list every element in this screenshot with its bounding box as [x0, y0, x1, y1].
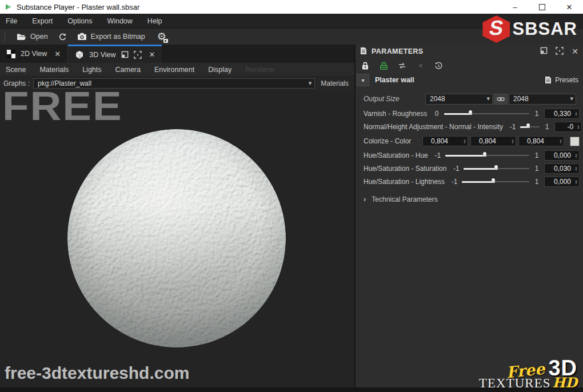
chevron-right-icon: › — [364, 195, 366, 203]
output-size-row: Output Size 2048 ▾ 2048 ▾ — [364, 93, 580, 105]
colorize-b-input[interactable]: 0,804 ▲▼ — [518, 136, 564, 146]
graph-select-value: pkg://Plaster_wall — [38, 79, 91, 87]
minimize-button[interactable]: – — [510, 3, 520, 11]
color-swatch[interactable] — [570, 137, 580, 146]
export-bitmap-label: Export as Bitmap — [91, 33, 145, 41]
output-height-value: 2048 — [513, 95, 529, 103]
spinner-arrows-icon[interactable]: ▲▼ — [558, 139, 564, 143]
slider-min: -1 — [508, 123, 518, 131]
spinner-arrows-icon[interactable]: ▲▼ — [573, 153, 579, 158]
vp-menu-renderer-disabled: Renderer — [245, 66, 275, 74]
param-row-varnish-roughness: Varnish - Roughness 0 1 0,330 ▲▼ — [364, 107, 580, 120]
presets-button[interactable]: Presets — [545, 76, 578, 84]
param-row-hue: Hue/Saturation - Hue -1 1 0,000 ▲▼ — [364, 149, 580, 162]
slider-handle[interactable] — [494, 165, 498, 169]
tab-3d-view[interactable]: 3D View ✕ — [68, 45, 162, 63]
panel-float-icon[interactable] — [540, 47, 548, 56]
saturation-slider[interactable] — [464, 165, 529, 173]
graphs-row: Graphs : pkg://Plaster_wall ▾ Materials — [0, 77, 354, 90]
slider-handle[interactable] — [483, 152, 486, 155]
sbsar-logo: S SBSAR — [482, 16, 577, 42]
slider-max: 1 — [532, 151, 542, 159]
vp-menu-environment[interactable]: Environment — [154, 66, 194, 74]
tab-2d-view[interactable]: 2D View ✕ — [0, 45, 68, 63]
cube-icon — [75, 50, 84, 59]
varnish-roughness-slider[interactable] — [444, 110, 529, 118]
vp-menu-lights[interactable]: Lights — [82, 66, 101, 74]
swap-arrows-icon[interactable] — [397, 61, 407, 71]
hue-input[interactable]: 0,000 ▲▼ — [544, 150, 580, 161]
spinner-arrows-icon[interactable]: ▲▼ — [510, 139, 516, 143]
3d-viewport[interactable]: FREE free-3dtex — [0, 90, 354, 387]
technical-parameters-label: Technical Parameters — [372, 195, 437, 203]
lightness-slider[interactable] — [462, 178, 529, 186]
menu-options[interactable]: Options — [67, 17, 92, 25]
parameters-body: Output Size 2048 ▾ 2048 ▾ Varnish - Roug… — [356, 87, 583, 203]
output-height-select[interactable]: 2048 ▾ — [509, 94, 576, 105]
tab-3d-close-icon[interactable]: ✕ — [149, 50, 155, 59]
lock-icon[interactable] — [360, 61, 370, 71]
slider-handle[interactable] — [492, 178, 495, 182]
export-settings-button[interactable]: ⚙ — [153, 29, 170, 44]
refresh-button[interactable] — [56, 31, 69, 42]
toolbar-drag-handle[interactable] — [5, 31, 5, 42]
vp-menu-camera[interactable]: Camera — [115, 66, 141, 74]
saturation-input[interactable]: 0,030 ▲▼ — [544, 163, 580, 174]
logo-hd-text: HD — [553, 377, 578, 389]
slider-handle[interactable] — [469, 110, 472, 114]
parameters-toolbar — [356, 58, 583, 73]
close-button[interactable]: ✕ — [565, 3, 574, 11]
menu-export[interactable]: Export — [32, 17, 53, 25]
slider-min: -1 — [433, 151, 443, 159]
normal-intensity-slider[interactable] — [520, 123, 540, 131]
folder-open-icon — [17, 33, 26, 41]
viewport-menu-bar: Scene Materials Lights Camera Environmen… — [0, 63, 354, 77]
spinner-arrows-icon[interactable]: ▲▼ — [462, 139, 468, 143]
colorize-g-input[interactable]: 0,804 ▲▼ — [470, 136, 516, 146]
technical-parameters-toggle[interactable]: › Technical Parameters — [364, 195, 580, 203]
collapse-chevron-icon[interactable]: ▾ — [357, 74, 369, 86]
logo-free-text: Free — [506, 362, 545, 380]
spinner-arrows-icon[interactable]: ▲▼ — [573, 179, 579, 184]
graph-select[interactable]: pkg://Plaster_wall ▾ — [33, 78, 315, 89]
menu-window[interactable]: Window — [107, 17, 132, 25]
varnish-roughness-input[interactable]: 0,330 ▲▼ — [544, 109, 580, 119]
vp-menu-display[interactable]: Display — [208, 66, 231, 74]
sync-lock-icon[interactable] — [378, 61, 389, 71]
materials-label: Materials — [321, 79, 349, 87]
hue-slider[interactable] — [445, 151, 529, 159]
site-watermark: free-3dtextureshd.com — [5, 363, 189, 383]
lightness-input[interactable]: 0,000 ▲▼ — [544, 177, 580, 187]
link-size-button[interactable] — [494, 94, 508, 105]
lightness-label: Hue/Saturation - Lightness — [364, 178, 445, 186]
spinner-arrows-icon[interactable]: ▲▼ — [573, 111, 579, 116]
param-row-saturation: Hue/Saturation - Saturation -1 1 0,030 ▲… — [364, 162, 580, 175]
float-window-icon[interactable] — [121, 51, 129, 58]
material-preview-sphere[interactable] — [67, 129, 286, 347]
spinner-arrows-icon[interactable]: ▲▼ — [576, 125, 581, 129]
left-column: 2D View ✕ 3D View ✕ Scene Materials Lig — [0, 45, 354, 387]
menu-file[interactable]: File — [6, 17, 17, 25]
vp-menu-materials[interactable]: Materials — [39, 66, 69, 74]
panel-fullscreen-icon[interactable] — [556, 47, 564, 57]
open-button[interactable]: Open — [14, 31, 50, 42]
panel-close-icon[interactable]: ✕ — [572, 47, 578, 56]
export-bitmap-button[interactable]: Export as Bitmap — [75, 31, 147, 42]
menu-help[interactable]: Help — [147, 17, 162, 25]
sbsar-logo-text: SBSAR — [512, 19, 577, 39]
sphere-shading — [67, 129, 286, 347]
reset-history-icon[interactable] — [433, 61, 444, 71]
fullscreen-icon[interactable] — [134, 51, 142, 59]
maximize-button[interactable] — [539, 4, 545, 10]
slider-max: 1 — [542, 123, 552, 131]
output-width-select[interactable]: 2048 ▾ — [425, 94, 493, 105]
slider-handle[interactable] — [526, 123, 530, 127]
normal-intensity-input[interactable]: -0 ▲▼ — [554, 122, 582, 132]
tab-2d-close-icon[interactable]: ✕ — [54, 50, 61, 58]
refresh-icon — [58, 33, 67, 41]
hue-label: Hue/Saturation - Hue — [364, 151, 428, 159]
tab-2d-label: 2D View — [21, 50, 47, 58]
vp-menu-scene[interactable]: Scene — [6, 66, 26, 74]
colorize-r-input[interactable]: 0,804 ▲▼ — [422, 136, 468, 146]
spinner-arrows-icon[interactable]: ▲▼ — [573, 166, 579, 171]
